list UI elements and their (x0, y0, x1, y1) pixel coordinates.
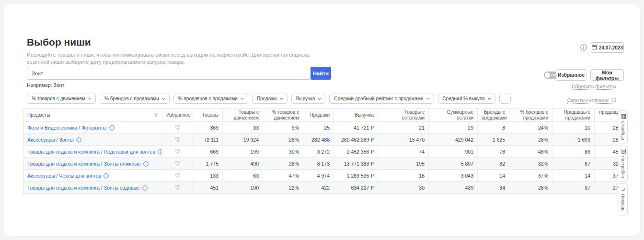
column-header-2[interactable]: Товары (193, 109, 223, 122)
value-cell: 34 (478, 182, 509, 194)
chip-label: Средний дробный рейтинг с продажами (334, 96, 423, 101)
chevron-down-icon (88, 96, 92, 99)
value-cell: 78 (478, 146, 509, 158)
value-cell: 282 488 (303, 134, 334, 146)
reset-filters-link[interactable]: Сбросить фильтры (572, 84, 616, 90)
value-cell: 25 (303, 122, 334, 134)
filter-funnel-icon[interactable] (154, 113, 158, 118)
column-header-1[interactable]: Избранное (162, 109, 193, 122)
filter-chip-revenue[interactable]: Выручка (291, 94, 326, 104)
value-cell: 37 (552, 182, 595, 194)
subject-cell: Аксессуары / Зонты (23, 134, 162, 146)
filter-chip-sellers-sales[interactable]: % продавцов с продажами (173, 94, 248, 104)
search-input[interactable] (27, 67, 310, 80)
column-header-8[interactable]: Суммарные остатки (429, 109, 478, 122)
column-header-10[interactable]: % брендов с продажами (509, 109, 552, 122)
subject-link[interactable]: Товары для отдыха и кемпинга / Подставки… (27, 149, 155, 155)
value-cell: 439 (429, 182, 478, 194)
column-header-label: Предметы (27, 112, 151, 118)
column-header-9[interactable]: Бренды с продажами (478, 109, 509, 122)
value-cell: 195 (378, 158, 429, 170)
favorite-heart-icon[interactable]: ♡ (175, 161, 180, 167)
favorites-button[interactable]: Избранное (556, 69, 586, 81)
info-icon[interactable] (580, 44, 587, 51)
column-header-6[interactable]: Выручка (334, 109, 378, 122)
value-cell: 28% (509, 182, 552, 194)
column-header-label: Продавцы с продажами (556, 109, 590, 121)
search-example: Например: Зонт (27, 82, 64, 88)
favorite-heart-icon[interactable]: ♡ (175, 173, 180, 179)
columns-icon (621, 114, 626, 119)
my-filters-button[interactable]: Мои фильтры (590, 69, 624, 81)
column-header-12[interactable]: % продавцов с продажами (595, 109, 618, 122)
value-cell: 41 721 ₽ (334, 122, 378, 134)
find-button[interactable]: Найти (310, 67, 331, 80)
filter-chip-buyout[interactable]: Средний % выкупа (438, 94, 495, 104)
info-icon[interactable] (142, 185, 148, 191)
filter-chip-sales[interactable]: Продажи (252, 94, 288, 104)
info-icon[interactable] (109, 125, 115, 131)
example-label: Например: (27, 82, 52, 88)
info-icon[interactable] (158, 149, 162, 155)
tab-columns-label: Столбцы (621, 121, 626, 140)
chip-label: Средний % выкупа (443, 96, 485, 101)
value-cell: 4 974 (303, 170, 334, 182)
info-icon[interactable] (143, 161, 149, 167)
chip-label: % продавцов с продажами (178, 96, 238, 101)
date-picker-button[interactable]: 24.07.2023 (591, 42, 624, 53)
column-header-3[interactable]: Товары с движением (223, 109, 263, 122)
info-icon[interactable] (76, 137, 81, 143)
value-cell: 10 (552, 122, 595, 134)
subject-link[interactable]: Товары для отдыха и кемпинга / Зонты пля… (27, 161, 141, 167)
table-row: Аксессуары / Зонты♡72 11119 92428%282 48… (23, 134, 618, 146)
column-header-0[interactable]: Предметы (23, 109, 162, 122)
tab-help[interactable]: Помощь (619, 183, 628, 216)
favorite-heart-icon[interactable]: ♡ (175, 125, 180, 131)
filter-chip-rating[interactable]: Средний дробный рейтинг с продажами (329, 94, 434, 104)
value-cell: 29 (429, 122, 478, 134)
info-icon[interactable] (104, 173, 109, 179)
value-cell: 32% (509, 158, 552, 170)
filter-chip-brands-sales[interactable]: % брендов с продажами (100, 94, 170, 104)
value-cell: 24% (509, 122, 552, 134)
subject-cell: Товары для отдыха и кемпинга / Зонты сад… (23, 182, 162, 194)
tab-help-label: Помощь (621, 194, 626, 212)
column-header-11[interactable]: Продавцы с продажами (552, 109, 595, 122)
column-header-4[interactable]: % товаров с движением (263, 109, 303, 122)
hidden-columns-link[interactable]: Скрытых колонок: 15 (567, 97, 616, 104)
subject-link[interactable]: Аксессуары / Зонты (27, 137, 74, 143)
value-cell: 634 227 ₽ (334, 182, 378, 194)
column-header-5[interactable]: Продажи (303, 109, 334, 122)
value-cell: 14 (478, 170, 509, 182)
value-cell: 30% (263, 146, 303, 158)
tab-settings[interactable]: Настройки (619, 145, 628, 182)
value-cell: 15 470 (378, 134, 429, 146)
tab-columns[interactable]: Столбцы (619, 110, 628, 144)
subject-link[interactable]: Аксессуары / Чехлы для зонтов (27, 173, 101, 179)
value-cell: 1 625 (478, 134, 509, 146)
subject-cell: Аксессуары / Чехлы для зонтов (23, 170, 162, 182)
value-cell: 3 043 (429, 170, 478, 182)
value-cell: 45% (595, 146, 618, 158)
column-header-7[interactable]: Товары с остатками (378, 109, 429, 122)
value-cell: 8 (478, 122, 509, 134)
favorite-heart-icon[interactable]: ♡ (175, 185, 180, 191)
value-cell: 429 042 (429, 134, 478, 146)
value-cell: 33 (223, 122, 263, 134)
subject-link[interactable]: Фото и Видеотехника / Фотозонты (27, 125, 107, 131)
side-tabs: Столбцы Настройки Помощь (619, 110, 628, 216)
favorite-heart-icon[interactable]: ♡ (175, 137, 180, 143)
favorite-cell: ♡ (162, 158, 193, 170)
column-header-label: % товаров с движением (267, 109, 299, 121)
more-filters-button[interactable]: ... (499, 94, 511, 104)
value-cell: 22% (263, 182, 303, 194)
filter-chip-goods-movement[interactable]: % товаров с движением (27, 94, 96, 104)
favorite-heart-icon[interactable]: ♡ (175, 149, 180, 155)
example-value-link[interactable]: Зонт (54, 82, 65, 88)
value-cell: 100 (223, 182, 263, 194)
calendar-icon (592, 45, 597, 50)
subject-link[interactable]: Товары для отдыха и кемпинга / Зонты сад… (27, 185, 140, 191)
value-cell: 63 (223, 170, 263, 182)
favorite-cell: ♡ (162, 122, 193, 134)
page-description: Исследуйте товары и ниши, чтобы минимизи… (27, 51, 326, 66)
